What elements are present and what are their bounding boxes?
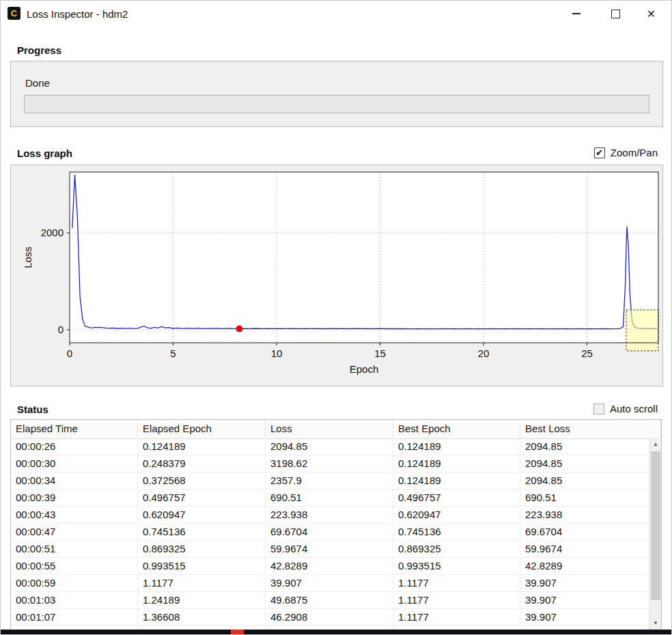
table-cell: 0.496757 — [138, 490, 266, 506]
table-cell: 46.2908 — [266, 609, 393, 625]
table-cell: 2094.85 — [520, 438, 649, 455]
table-cell: 42.8289 — [266, 558, 393, 574]
table-cell: 00:00:55 — [11, 558, 138, 574]
status-table: Elapsed TimeElapsed EpochLossBest EpochB… — [10, 419, 662, 635]
table-row[interactable]: 00:01:031.2418949.68751.117739.907 — [11, 592, 649, 609]
table-cell: 00:01:07 — [11, 609, 138, 625]
progress-status-label: Done — [25, 77, 50, 89]
scroll-down-button[interactable]: ▼ — [650, 617, 661, 629]
progress-groupbox: Done — [10, 61, 663, 127]
table-cell: 00:00:43 — [11, 507, 138, 523]
table-row[interactable]: 00:00:591.117739.9071.117739.907 — [11, 575, 649, 592]
table-cell: 49.6875 — [266, 592, 393, 608]
table-cell: 0.248379 — [138, 455, 266, 472]
table-cell: 59.9674 — [266, 541, 393, 557]
table-cell: 0.620947 — [393, 507, 520, 523]
table-cell: 3198.62 — [266, 455, 393, 472]
table-row[interactable]: 00:00:430.620947223.9380.620947223.938 — [11, 507, 649, 524]
table-row[interactable]: 00:00:470.74513669.67040.74513669.6704 — [11, 524, 649, 541]
title-bar: C Loss Inspector - hdm2 ✕ — [1, 1, 671, 27]
table-cell: 1.24189 — [138, 592, 266, 608]
table-cell: 1.1177 — [393, 575, 520, 591]
table-row[interactable]: 00:00:340.3725682357.90.1241892094.85 — [11, 472, 649, 490]
table-row[interactable]: 00:01:071.3660846.29081.117739.907 — [11, 609, 649, 626]
column-header-best-epoch[interactable]: Best Epoch — [393, 420, 520, 438]
table-cell: 2094.85 — [266, 438, 393, 455]
close-button[interactable]: ✕ — [635, 1, 667, 27]
table-cell: 690.51 — [520, 490, 649, 506]
table-cell: 1.36608 — [138, 609, 266, 625]
table-cell: 39.907 — [520, 592, 649, 608]
svg-text:Loss: Loss — [22, 246, 33, 268]
table-row[interactable]: 00:00:260.1241892094.850.1241892094.85 — [11, 438, 649, 455]
svg-text:15: 15 — [374, 348, 386, 359]
table-cell: 00:00:26 — [11, 438, 138, 455]
column-header-best-loss[interactable]: Best Loss — [520, 420, 661, 438]
table-cell: 0.620947 — [138, 507, 266, 523]
table-header-row: Elapsed TimeElapsed EpochLossBest EpochB… — [11, 420, 661, 439]
table-cell: 00:00:59 — [11, 575, 138, 591]
table-row[interactable]: 00:00:510.86932559.96740.86932559.9674 — [11, 541, 649, 558]
minimize-icon — [572, 13, 580, 14]
loss-graph-section-label: Loss graph — [17, 147, 72, 159]
svg-text:25: 25 — [581, 348, 593, 359]
table-cell: 690.51 — [266, 490, 393, 506]
scrollbar-thumb[interactable] — [651, 451, 660, 600]
app-window: C Loss Inspector - hdm2 ✕ Progress Done … — [0, 0, 672, 635]
table-cell: 00:00:39 — [11, 490, 138, 506]
maximize-icon — [611, 10, 620, 18]
svg-text:0: 0 — [67, 348, 72, 359]
table-cell: 0.869325 — [393, 541, 520, 557]
table-cell: 0.869325 — [138, 541, 266, 557]
loss-graph-groupbox: 051015202502000EpochLoss — [10, 165, 663, 386]
table-row[interactable]: 00:00:300.2483793198.620.1241892094.85 — [11, 455, 649, 472]
window-title: Loss Inspector - hdm2 — [27, 8, 128, 20]
minimize-button[interactable] — [560, 1, 592, 27]
table-cell: 1.1177 — [393, 592, 520, 608]
table-cell: 0.372568 — [138, 472, 266, 489]
progress-section-label: Progress — [17, 44, 61, 56]
svg-text:5: 5 — [170, 348, 176, 359]
zoom-pan-label: Zoom/Pan — [611, 147, 658, 158]
scroll-up-icon: ▲ — [653, 441, 658, 447]
table-body: 00:00:260.1241892094.850.1241892094.8500… — [11, 438, 649, 635]
auto-scroll-checkbox[interactable]: Auto scroll — [593, 403, 658, 414]
column-header-elapsed-epoch[interactable]: Elapsed Epoch — [138, 420, 266, 438]
svg-text:10: 10 — [271, 348, 283, 359]
table-cell: 0.745136 — [393, 524, 520, 540]
taskbar-app-indicator[interactable] — [231, 630, 244, 634]
svg-text:Epoch: Epoch — [350, 363, 379, 375]
checkbox-icon — [593, 404, 604, 414]
table-cell: 0.496757 — [393, 490, 520, 506]
progress-bar — [24, 95, 649, 113]
table-cell: 0.124189 — [393, 438, 520, 455]
table-cell: 0.993515 — [138, 558, 266, 574]
close-icon: ✕ — [647, 8, 656, 20]
table-row[interactable]: 00:00:390.496757690.510.496757690.51 — [11, 490, 649, 507]
loss-chart[interactable]: 051015202502000EpochLoss — [11, 165, 662, 386]
table-row[interactable]: 00:00:550.99351542.82890.99351542.8289 — [11, 558, 649, 575]
table-cell: 2094.85 — [520, 472, 649, 489]
maximize-button[interactable] — [600, 1, 632, 27]
table-cell: 223.938 — [266, 507, 393, 523]
checkbox-icon: ✔ — [594, 147, 605, 158]
table-cell: 00:00:47 — [11, 524, 138, 540]
table-cell: 59.9674 — [520, 541, 649, 557]
table-cell: 0.745136 — [138, 524, 266, 540]
table-cell: 39.907 — [520, 609, 649, 625]
svg-text:0: 0 — [58, 324, 64, 335]
table-cell: 1.1177 — [138, 575, 266, 591]
table-cell: 2094.85 — [520, 455, 649, 472]
table-cell: 00:01:03 — [11, 592, 138, 608]
svg-text:2000: 2000 — [41, 227, 64, 238]
svg-text:20: 20 — [478, 348, 490, 359]
column-header-loss[interactable]: Loss — [266, 420, 393, 438]
column-header-elapsed-time[interactable]: Elapsed Time — [11, 420, 138, 438]
vertical-scrollbar[interactable]: ▲ ▼ — [649, 438, 661, 635]
table-cell: 0.124189 — [393, 472, 520, 489]
table-cell: 69.6704 — [520, 524, 649, 540]
zoom-pan-checkbox[interactable]: ✔ Zoom/Pan — [594, 147, 658, 158]
scroll-up-button[interactable]: ▲ — [650, 438, 661, 450]
table-cell: 2357.9 — [266, 472, 393, 489]
table-cell: 223.938 — [520, 507, 649, 523]
